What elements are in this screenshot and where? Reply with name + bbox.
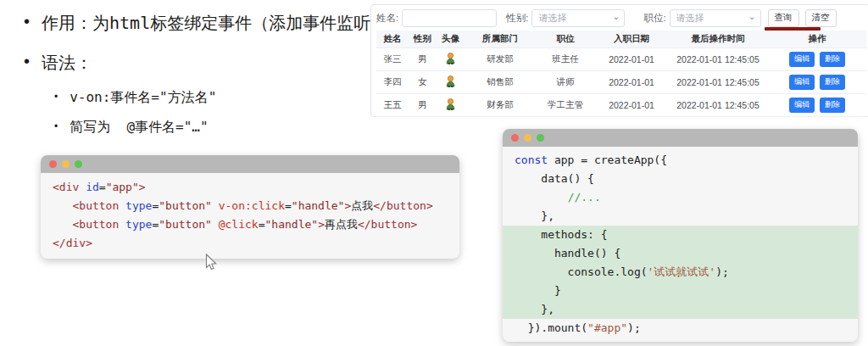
edit-button[interactable]: 编辑 <box>789 98 815 113</box>
code-token: = <box>285 199 292 212</box>
column-header: 头像 <box>437 31 465 47</box>
code-token: > <box>318 218 325 231</box>
code-token: "handle" <box>292 199 345 212</box>
name-input[interactable] <box>402 9 497 27</box>
table-cell: 研发部 <box>465 47 536 70</box>
avatar-cell <box>437 93 465 116</box>
table-cell: 2022-01-01 12:45:05 <box>668 93 768 116</box>
bullet-marker: • <box>54 120 58 132</box>
code-token: "button" <box>159 218 212 231</box>
html-code-block: <div id="app"> <button type="button" v-o… <box>41 173 459 253</box>
admin-panel: 姓名: 性别: 请选择 ⌄ 职位: 请选择 ⌄ 查询 清空 姓名性别头像所属部门… <box>370 4 868 117</box>
actions-cell: 编辑删除 <box>768 47 866 70</box>
column-header: 所属部门 <box>465 31 536 47</box>
gender-label: 性别: <box>506 12 528 25</box>
table-cell: 男 <box>409 93 437 116</box>
shorthand-text: 简写为 @事件名="…" <box>70 119 208 137</box>
code-line: <div id="app"> <box>41 178 459 197</box>
table-row: 王五男财务部学工主管2022-01-012022-01-01 12:45:05编… <box>376 93 866 116</box>
column-header: 性别 <box>409 31 437 47</box>
code-token: = <box>99 181 106 193</box>
code-line: data() { <box>503 170 858 188</box>
table-cell: 张三 <box>376 47 409 70</box>
code-token: data() { <box>515 172 594 185</box>
code-token <box>53 199 72 212</box>
column-header: 职位 <box>536 31 595 47</box>
code-line: </div> <box>41 234 459 253</box>
name-label: 姓名: <box>376 12 398 25</box>
code-line: }, <box>503 207 858 226</box>
table-cell: 财务部 <box>465 93 536 116</box>
code-line: }, <box>503 300 858 319</box>
code-token: "handle" <box>265 218 319 231</box>
minimize-icon[interactable] <box>62 160 70 168</box>
table-cell: 班主任 <box>536 47 595 70</box>
code-line: handle() { <box>503 244 858 263</box>
code-token: }, <box>515 303 554 315</box>
query-button[interactable]: 查询 <box>768 9 799 27</box>
window-titlebar <box>41 155 459 173</box>
column-header: 操作 <box>768 31 866 47</box>
code-token: "#app" <box>587 321 627 334</box>
code-line: //... <box>503 188 858 207</box>
maximize-icon[interactable] <box>75 160 82 168</box>
code-token: = <box>259 218 265 231</box>
actions-cell: 编辑删除 <box>768 70 866 93</box>
table-cell: 2022-01-01 12:45:05 <box>668 47 768 70</box>
maximize-icon[interactable] <box>537 134 544 142</box>
table-cell: 王五 <box>376 93 409 116</box>
code-token: app = createApp({ <box>548 153 667 166</box>
code-token: methods: { <box>515 228 608 241</box>
code-token: '试试就试试' <box>648 265 716 278</box>
edit-button[interactable]: 编辑 <box>789 75 815 90</box>
code-token <box>212 218 219 231</box>
delete-button[interactable]: 删除 <box>820 52 845 67</box>
von-syntax-text: v-on:事件名="方法名" <box>70 89 216 107</box>
code-token <box>79 181 86 193</box>
table-cell: 讲师 <box>536 70 595 93</box>
chevron-down-icon: ⌄ <box>748 11 755 22</box>
delete-button[interactable]: 删除 <box>820 75 845 90</box>
avatar-icon <box>445 98 456 110</box>
code-token: const <box>515 153 548 166</box>
close-icon[interactable] <box>49 160 57 168</box>
slide-canvas: • 作用：为html标签绑定事件（添加事件监听） • 语法： • v-on:事件… <box>0 0 868 346</box>
gender-select-value: 请选择 <box>538 12 566 25</box>
window-titlebar <box>503 129 858 147</box>
column-header: 入职日期 <box>595 31 668 47</box>
code-line: <button type="button" @click="handle">再点… <box>41 215 459 234</box>
code-token <box>212 199 219 212</box>
table-cell: 李四 <box>376 70 409 93</box>
table-cell: 2022-01-01 <box>595 70 668 93</box>
minimize-icon[interactable] <box>524 134 531 142</box>
avatar-icon <box>445 53 456 64</box>
code-token: type <box>125 218 152 231</box>
edit-button[interactable]: 编辑 <box>789 52 815 67</box>
code-token: } <box>515 284 561 297</box>
gender-select[interactable]: 请选择 ⌄ <box>531 9 625 27</box>
code-token <box>53 218 72 231</box>
close-icon[interactable] <box>511 134 519 142</box>
purpose-text: 作用：为html标签绑定事件（添加事件监听） <box>42 12 387 35</box>
job-select[interactable]: 请选择 ⌄ <box>670 9 761 27</box>
clear-button[interactable]: 清空 <box>805 9 837 27</box>
table-cell: 学工主管 <box>536 93 595 116</box>
code-token: > <box>139 181 146 193</box>
bullet-von-syntax: • v-on:事件名="方法名" <box>54 89 216 107</box>
code-token: type <box>125 199 152 212</box>
code-token: <button <box>72 218 119 231</box>
code-token: </div> <box>53 237 92 249</box>
avatar-cell <box>437 70 465 93</box>
code-token: 点我 <box>351 199 373 212</box>
job-label: 职位: <box>643 12 665 25</box>
employee-table: 姓名性别头像所属部门职位入职日期最后操作时间操作 张三男研发部班主任2022-0… <box>376 31 866 117</box>
table-cell: 女 <box>409 70 437 93</box>
code-token: //... <box>568 191 601 204</box>
code-token: "app" <box>106 181 139 193</box>
code-token <box>515 191 568 204</box>
search-form: 姓名: 性别: 请选择 ⌄ 职位: 请选择 ⌄ 查询 清空 <box>371 5 868 31</box>
table-header-row: 姓名性别头像所属部门职位入职日期最后操作时间操作 <box>376 31 866 47</box>
mouse-cursor-icon <box>205 254 218 271</box>
delete-button[interactable]: 删除 <box>820 98 845 113</box>
table-cell: 2022-01-01 <box>595 93 668 116</box>
